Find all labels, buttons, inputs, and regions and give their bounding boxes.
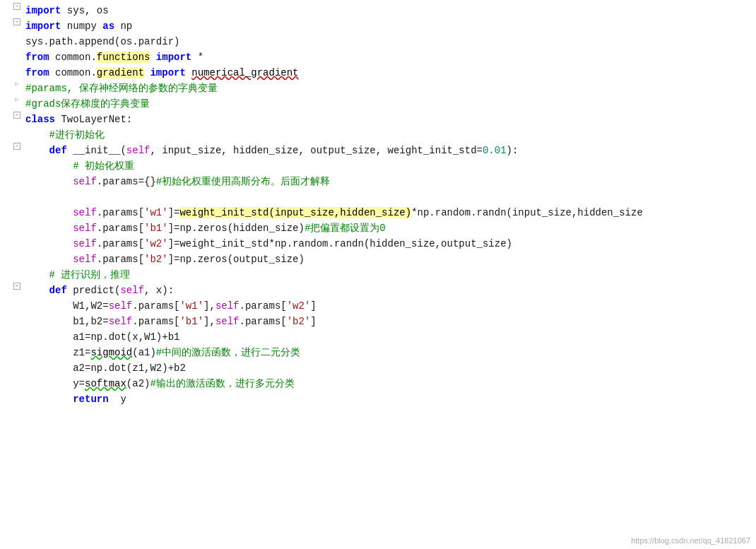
code-line-21: b1,b2=self.params['b1'],self.params['b2'… <box>23 314 756 329</box>
fold-8[interactable]: - <box>13 112 20 119</box>
line-9: #进行初始化 <box>11 127 756 143</box>
code-line-19: def predict(self, x): <box>23 283 756 298</box>
gutter-7[interactable]: ▷ <box>11 96 23 103</box>
code-line-6: #params, 保存神经网络的参数的字典变量 <box>23 81 756 96</box>
line-7: ▷ #grads保存梯度的字典变量 <box>11 96 756 112</box>
code-line-8: class TwoLayerNet: <box>23 112 756 127</box>
fold-10[interactable]: - <box>13 143 20 150</box>
fold-6[interactable]: ▷ <box>13 81 20 88</box>
line-8: - class TwoLayerNet: <box>11 112 756 127</box>
code-line-5: from common.gradient import numerical_gr… <box>23 65 756 81</box>
line-13 <box>11 189 756 205</box>
fold-19[interactable]: - <box>13 283 20 290</box>
line-18: # 进行识别，推理 <box>11 267 756 283</box>
gutter-10[interactable]: - <box>11 143 23 150</box>
code-line-20: W1,W2=self.params['w1'],self.params['w2'… <box>23 298 756 314</box>
line-20: W1,W2=self.params['w1'],self.params['w2'… <box>11 298 756 314</box>
line-15: self.params['b1']=np.zeros(hidden_size)#… <box>11 220 756 236</box>
line-2: - import numpy as np <box>11 18 756 34</box>
code-line-3: sys.path.append(os.pardir) <box>23 34 756 49</box>
code-line-17: self.params['b2']=np.zeros(output_size) <box>23 252 756 267</box>
line-21: b1,b2=self.params['b1'],self.params['b2'… <box>11 314 756 329</box>
line-24: a2=np.dot(z1,W2)+b2 <box>11 360 756 376</box>
line-4: from common.functions import * <box>11 49 756 65</box>
line-22: a1=np.dot(x,W1)+b1 <box>11 329 756 345</box>
line-6: ▷ #params, 保存神经网络的参数的字典变量 <box>11 81 756 96</box>
line-17: self.params['b2']=np.zeros(output_size) <box>11 252 756 267</box>
code-line-22: a1=np.dot(x,W1)+b1 <box>23 329 756 345</box>
gutter-1[interactable]: - <box>11 3 23 10</box>
gutter-2[interactable]: - <box>11 18 23 25</box>
line-11: # 初始化权重 <box>11 158 756 174</box>
code-line-14: self.params['w1']=weight_init_std(input_… <box>23 205 756 220</box>
watermark: https://blog.csdn.net/qq_41821067 <box>631 536 750 545</box>
code-line-1: import sys, os <box>23 3 756 18</box>
line-5: from common.gradient import numerical_gr… <box>11 65 756 81</box>
fold-23[interactable] <box>13 345 20 352</box>
line-26: return y <box>11 391 756 407</box>
gutter-6[interactable]: ▷ <box>11 81 23 88</box>
code-line-11: # 初始化权重 <box>23 158 756 174</box>
line-3: sys.path.append(os.pardir) <box>11 34 756 49</box>
code-line-13 <box>23 189 756 205</box>
fold-2[interactable]: - <box>13 18 20 25</box>
line-14: self.params['w1']=weight_init_std(input_… <box>11 205 756 220</box>
fold-7[interactable]: ▷ <box>13 96 20 103</box>
code-container: - import sys, os - import numpy as np sy… <box>0 0 756 549</box>
gutter-19[interactable]: - <box>11 283 23 290</box>
code-area: - import sys, os - import numpy as np sy… <box>0 0 756 410</box>
code-line-24: a2=np.dot(z1,W2)+b2 <box>23 360 756 376</box>
line-12: self.params={}#初始化权重使用高斯分布。后面才解释 <box>11 174 756 189</box>
code-line-23: z1=sigmoid(a1)#中间的激活函数，进行二元分类 <box>23 345 756 360</box>
line-25: y=softmax(a2)#输出的激活函数，进行多元分类 <box>11 376 756 391</box>
line-1: - import sys, os <box>11 3 756 18</box>
code-line-12: self.params={}#初始化权重使用高斯分布。后面才解释 <box>23 174 756 189</box>
code-line-2: import numpy as np <box>23 18 756 34</box>
line-19: - def predict(self, x): <box>11 283 756 298</box>
fold-1[interactable]: - <box>13 3 20 10</box>
line-10: - def __init__(self, input_size, hidden_… <box>11 143 756 158</box>
code-line-10: def __init__(self, input_size, hidden_si… <box>23 143 756 158</box>
code-line-4: from common.functions import * <box>23 49 756 65</box>
code-line-9: #进行初始化 <box>23 127 756 143</box>
code-line-18: # 进行识别，推理 <box>23 267 756 283</box>
code-line-25: y=softmax(a2)#输出的激活函数，进行多元分类 <box>23 376 756 391</box>
gutter-23[interactable] <box>11 345 23 352</box>
line-23: z1=sigmoid(a1)#中间的激活函数，进行二元分类 <box>11 345 756 360</box>
code-line-16: self.params['w2']=weight_init_std*np.ran… <box>23 236 756 252</box>
code-line-15: self.params['b1']=np.zeros(hidden_size)#… <box>23 220 756 236</box>
code-line-26: return y <box>23 391 756 407</box>
gutter-8[interactable]: - <box>11 112 23 119</box>
line-16: self.params['w2']=weight_init_std*np.ran… <box>11 236 756 252</box>
code-line-7: #grads保存梯度的字典变量 <box>23 96 756 112</box>
